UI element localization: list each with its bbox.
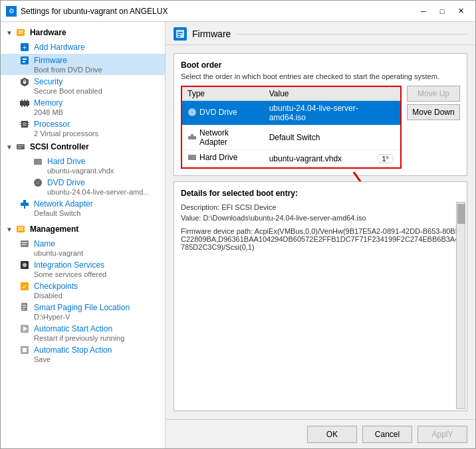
ok-button[interactable]: OK [307,426,357,443]
svg-rect-2 [18,33,23,34]
boot-row-net-value: Default Switch [264,126,400,150]
network-icon [19,199,30,209]
svg-rect-49 [23,309,25,310]
svg-point-10 [24,80,25,82]
boot-row-dvd-value: ubuntu-24.04-live-server-amd64.iso [264,101,400,126]
move-down-button[interactable]: Move Down [407,104,460,120]
sidebar-item-processor[interactable]: Processor 2 Virtual processors [1,118,165,139]
checkpoints-sublabel: Disabled [19,292,160,300]
paging-label: Smart Paging File Location [34,303,130,312]
details-scrollbar[interactable] [456,202,465,409]
dvd-row-icon [187,108,197,117]
minimize-button[interactable]: ─ [414,5,433,18]
net-row-icon [187,133,197,142]
sidebar-item-name[interactable]: Name ubuntu-vagrant [1,237,165,258]
management-section-header[interactable]: ▼ Management [1,221,165,237]
details-title: Details for selected boot entry: [181,189,460,198]
svg-text:✓: ✓ [22,283,27,290]
svg-point-29 [39,161,41,162]
sidebar-item-checkpoints[interactable]: ✓ Checkpoints Disabled [1,280,165,301]
settings-window: ⚙ Settings for ubuntu-vagrant on ANGELUX… [0,0,476,449]
svg-rect-23 [28,124,29,125]
boot-order-row: Type Value [181,86,460,169]
sidebar-item-auto-stop[interactable]: Automatic Stop Action Save [1,343,165,365]
hard-drive-sublabel: ubuntu-vagrant.vhdx [33,167,160,175]
sidebar-item-network[interactable]: Network Adapter Default Switch [1,197,165,219]
auto-stop-label: Automatic Stop Action [34,345,112,355]
sidebar-item-hard-drive[interactable]: Hard Drive ubuntu-vagrant.vhdx [1,155,165,176]
move-up-button[interactable]: Move Up [407,86,460,102]
hardware-arrow-icon: ▼ [6,29,13,37]
dvd-drive-icon [33,177,43,188]
management-arrow-icon: ▼ [6,226,13,233]
svg-rect-48 [23,307,26,308]
content-area: ▼ Hardware + Add Hardware [1,22,475,448]
window-title: Settings for ubuntu-vagrant on ANGELUX [21,7,414,16]
boot-row-hdd-type: Hard Drive [182,150,264,167]
sidebar-item-firmware[interactable]: Firmware Boot from DVD Drive [1,54,165,75]
details-value: Value: D:\Downloads\ubuntu-24.04-live-se… [181,214,460,222]
hardware-section-header[interactable]: ▼ Hardware [1,25,165,41]
sidebar-item-integration[interactable]: Integration Services Some services offer… [1,258,165,280]
svg-point-43 [23,263,27,267]
sidebar-item-processor-sublabel: 2 Virtual processors [19,130,160,137]
sidebar-item-dvd-drive[interactable]: DVD Drive ubuntu-24.04-live-server-amd..… [1,176,165,197]
boot-order-title: Boot order [181,60,460,70]
sidebar-item-security[interactable]: Security Secure Boot enabled [1,75,165,96]
svg-rect-7 [23,61,25,62]
svg-rect-17 [27,106,28,107]
svg-rect-39 [21,240,29,247]
boot-row-dvd[interactable]: DVD Drive ubuntu-24.04-live-server-amd64… [182,101,400,126]
firmware-icon [19,55,30,66]
sidebar-item-firmware-sublabel: Boot from DVD Drive [19,66,160,74]
network-adapter-sublabel: Default Switch [19,209,160,217]
memory-icon [19,98,30,108]
sidebar-item-memory-label: Memory [34,98,62,108]
title-bar: ⚙ Settings for ubuntu-vagrant on ANGELUX… [1,1,475,22]
boot-order-description: Select the order in which boot entries a… [181,72,460,80]
svg-rect-1 [18,31,23,32]
hardware-section-icon [15,27,26,38]
checkpoints-label: Checkpoints [34,282,78,291]
svg-rect-6 [23,58,27,60]
svg-rect-47 [23,305,26,306]
cancel-button[interactable]: Cancel [362,426,412,443]
name-icon [19,238,30,249]
maximize-button[interactable]: □ [433,5,451,18]
panel-header: Firmware [166,22,475,45]
svg-rect-40 [22,242,27,243]
svg-point-32 [37,182,39,183]
svg-rect-62 [191,134,193,136]
svg-point-60 [191,112,193,113]
boot-row-hdd[interactable]: Hard Drive ubuntu-vagrant.vhdx [182,150,400,167]
boot-table: Type Value [182,87,400,167]
sidebar-item-memory[interactable]: Memory 2048 MB [1,96,165,118]
integration-icon [19,260,30,270]
svg-rect-35 [24,206,25,209]
sidebar-item-paging[interactable]: Smart Paging File Location D:\Hyper-V [1,301,165,322]
boot-row-net[interactable]: Network Adapter Default Switch [182,126,400,150]
svg-rect-25 [18,145,23,146]
panel-content: Boot order Select the order in which boo… [166,45,475,419]
panel-header-icon [174,27,187,41]
sidebar-item-add-hardware[interactable]: + Add Hardware [1,41,165,54]
scsi-section-header[interactable]: ▼ SCSI Controller [1,139,165,155]
apply-button[interactable]: ApplY [417,426,467,443]
details-description: Description: EFI SCSI Device [181,203,460,211]
svg-rect-61 [188,136,196,139]
paging-icon [19,302,30,313]
management-label: Management [30,224,78,234]
window-icon: ⚙ [6,6,17,17]
svg-rect-11 [20,101,29,106]
sidebar-item-auto-start[interactable]: Automatic Start Action Restart if previo… [1,322,165,343]
svg-rect-5 [21,56,29,64]
hard-drive-icon [33,156,43,167]
boot-row-net-type: Network Adapter [182,126,264,150]
boot-table-container: Type Value [181,86,402,169]
close-button[interactable]: ✕ [451,5,470,18]
svg-rect-20 [20,122,21,123]
integration-label: Integration Services [34,260,104,270]
sidebar-item-processor-label: Processor [34,120,70,129]
scsi-label: SCSI Controller [30,142,89,151]
sidebar-item-security-label: Security [34,77,62,86]
